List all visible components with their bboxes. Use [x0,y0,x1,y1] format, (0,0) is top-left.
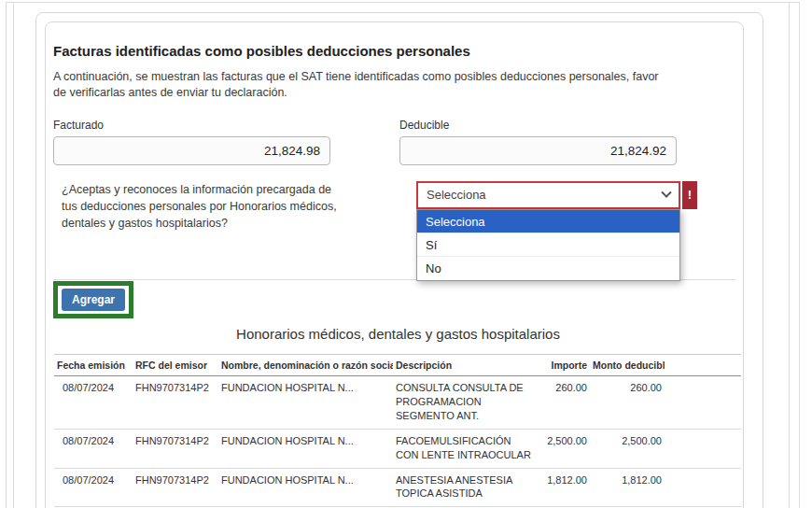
table-row: 08/07/2024FHN9707314P2FUNDACION HOSPITAL… [54,375,741,429]
page-frame-line [6,2,7,508]
cell-monto: 260.00 [590,375,665,429]
cell-descripcion: ANESTESIA ANESTESIA TOPICA ASISTIDA [393,468,539,507]
cell-importe: 260.00 [539,375,590,429]
dropdown-option[interactable]: Selecciona [417,210,679,233]
dropdown-option[interactable]: Sí [417,233,679,257]
cell-filler [665,429,741,468]
cell-monto: 2,500.00 [590,429,665,468]
cell-filler [665,468,741,507]
cell-nombre: FUNDACION HOSPITAL N... [218,468,393,507]
deductions-table-section: Honorarios médicos, dentales y gastos ho… [54,326,742,508]
section-title: Facturas identificadas como posibles ded… [53,43,735,61]
header-monto-deducible: Monto deducible [590,354,665,375]
agregar-button[interactable]: Agregar [62,289,125,311]
cell-monto: 1,812.00 [590,468,665,507]
acceptance-question-row: ¿Aceptas y reconoces la información prec… [53,181,735,279]
acceptance-select-group: Selecciona ! SeleccionaSíNo [416,181,680,209]
acceptance-question-line: ¿Aceptas y reconoces la información prec… [62,181,399,198]
table-header-row: Fecha emisión RFC del emisor Nombre, den… [54,354,741,375]
header-importe: Importe [539,354,590,375]
error-icon: ! [682,181,697,209]
table-row: 08/07/2024FHN9707314P2FUNDACION HOSPITAL… [54,468,741,507]
deductions-panel: Facturas identificadas como posibles ded… [45,21,744,508]
facturado-field: Facturado 21,824.98 [53,119,330,165]
deducible-value-box: 21,824.92 [399,136,677,165]
section-description: A continuación, se muestran las facturas… [53,69,735,102]
page-frame-line [789,2,790,508]
table-row: 08/07/2024FHN9707314P2FUNDACION HOSPITAL… [54,429,741,468]
cell-fecha: 08/07/2024 [54,468,133,507]
acceptance-question-text: ¿Aceptas y reconoces la información prec… [62,181,399,232]
acceptance-select-value: Selecciona [427,188,486,202]
cell-rfc: FHN9707314P2 [133,468,218,507]
cell-fecha: 08/07/2024 [54,429,133,468]
cell-nombre: FUNDACION HOSPITAL N... [218,375,393,429]
deductions-table: Fecha emisión RFC del emisor Nombre, den… [54,354,741,508]
cell-descripcion: FACOEMULSIFICACIÓN CON LENTE INTRAOCULAR [393,429,539,468]
header-fecha-emision: Fecha emisión [54,354,133,375]
cell-importe: 1,812.00 [539,468,590,507]
facturado-label: Facturado [53,119,330,132]
page-frame-line [799,2,800,508]
cell-nombre: FUNDACION HOSPITAL N... [218,429,393,468]
cell-filler [665,375,741,429]
acceptance-select[interactable]: Selecciona [416,181,680,209]
header-descripcion: Descripción [393,354,539,375]
acceptance-question-line: dentales y gastos hospitalarios? [62,215,399,232]
deductions-table-title: Honorarios médicos, dentales y gastos ho… [54,326,742,342]
acceptance-select-dropdown: SeleccionaSíNo [416,209,680,281]
dropdown-option[interactable]: No [417,257,679,280]
outer-panel: Facturas identificadas como posibles ded… [35,12,763,508]
deducible-label: Deducible [399,119,677,132]
cell-rfc: FHN9707314P2 [133,429,218,468]
cell-rfc: FHN9707314P2 [133,375,218,429]
header-rfc-emisor: RFC del emisor [133,354,218,375]
section-description-line: de verificarlas antes de enviar tu decla… [53,85,735,102]
cell-importe: 2,500.00 [539,429,590,468]
page-frame-line [6,2,800,3]
chevron-down-icon [661,187,671,197]
section-description-line: A continuación, se muestran las facturas… [53,69,735,86]
deducible-field: Deducible 21,824.92 [399,119,677,165]
header-filler [665,354,741,375]
cell-descripcion: CONSULTA CONSULTA DE PROGRAMACION SEGMEN… [393,375,539,429]
click-highlight-annotation: Agregar [53,281,133,318]
acceptance-question-line: tus deducciones personales por Honorario… [62,198,399,215]
facturado-value-box: 21,824.98 [53,136,330,165]
header-nombre-razon-social: Nombre, denominación o razón social [218,354,393,375]
page-frame-line [13,2,14,508]
totals-row: Facturado 21,824.98 Deducible 21,824.92 [53,119,735,165]
cell-fecha: 08/07/2024 [54,375,133,429]
